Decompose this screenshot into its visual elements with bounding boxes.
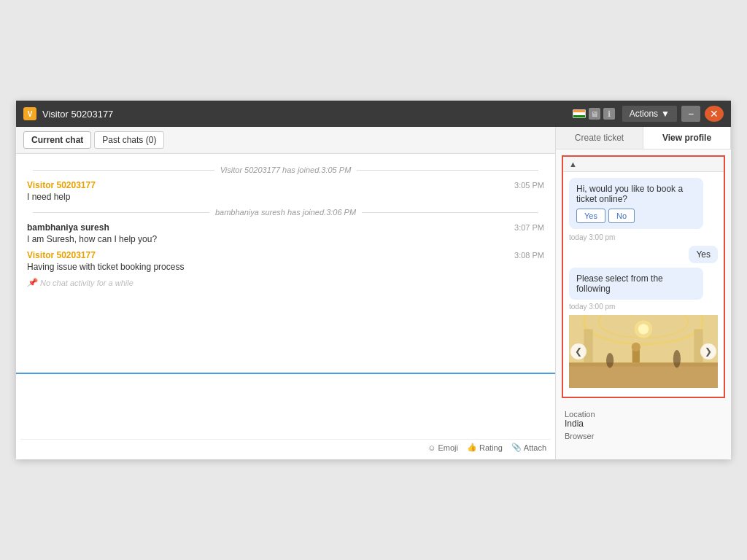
carousel-inner xyxy=(569,315,718,388)
svg-point-9 xyxy=(632,343,640,351)
collapse-icon[interactable]: ▲ xyxy=(569,160,577,168)
browser-label: Browser xyxy=(565,432,722,440)
emoji-button[interactable]: ☺ Emoji xyxy=(427,443,458,452)
location-row: Location India xyxy=(565,410,722,429)
chevron-down-icon: ▼ xyxy=(661,109,670,119)
bot-user-reply: Yes xyxy=(569,246,718,263)
rating-button[interactable]: 👍 Rating xyxy=(467,443,503,452)
pin-icon: 📌 xyxy=(27,278,37,287)
message-text-agent: I am Suresh, how can I help you? xyxy=(27,234,544,244)
message-time-agent: 3:07 PM xyxy=(514,223,544,232)
close-button[interactable]: ✕ xyxy=(705,106,724,122)
monitor-icon: 🖥 xyxy=(589,108,600,120)
message-time-visitor2: 3:08 PM xyxy=(514,251,544,260)
attach-button[interactable]: 📎 Attach xyxy=(511,443,546,452)
system-message-joined: Visitor 50203177 has joined. 3:05 PM xyxy=(27,166,544,174)
sender-name-visitor2: Visitor 50203177 xyxy=(27,250,96,260)
right-panel: Create ticket View profile ▲ Hi, would y… xyxy=(556,127,731,459)
message-time: 3:05 PM xyxy=(514,181,544,190)
chat-area: Visitor 50203177 has joined. 3:05 PM Vis… xyxy=(16,154,555,373)
carousel-next-button[interactable]: ❯ xyxy=(700,343,716,359)
bot-chat-widget: ▲ Hi, would you like to book a ticket on… xyxy=(562,155,725,398)
message-text: I need help xyxy=(27,192,544,202)
bot-choice-buttons: Yes No xyxy=(576,209,696,223)
rating-icon: 👍 xyxy=(467,443,477,452)
location-value: India xyxy=(565,419,722,429)
visitor-icon: V xyxy=(23,107,36,120)
bot-chat-header: ▲ xyxy=(563,157,724,172)
content-area: Current chat Past chats (0) Visitor 5020… xyxy=(16,127,731,459)
sender-name-visitor: Visitor 50203177 xyxy=(27,180,96,190)
tab-view-profile[interactable]: View profile xyxy=(643,127,731,149)
svg-rect-10 xyxy=(569,362,718,366)
input-toolbar: ☺ Emoji 👍 Rating 📎 Attach xyxy=(20,439,551,455)
bot-chat-messages: Hi, would you like to book a ticket onli… xyxy=(563,172,724,397)
right-panel-tabs: Create ticket View profile xyxy=(556,127,731,149)
chat-input[interactable] xyxy=(20,378,551,437)
window-title: Visitor 50203177 xyxy=(42,109,573,120)
chat-tabs: Current chat Past chats (0) xyxy=(16,127,555,154)
visitor-info: Location India Browser xyxy=(556,404,731,449)
image-carousel: ❮ ❯ xyxy=(569,315,718,388)
actions-button[interactable]: Actions ▼ xyxy=(622,106,677,122)
title-bar-actions: Actions ▼ − ✕ xyxy=(622,106,724,122)
svg-point-12 xyxy=(673,350,681,368)
emoji-icon: ☺ xyxy=(427,443,436,452)
location-label: Location xyxy=(565,410,722,419)
svg-point-11 xyxy=(606,353,614,368)
carousel-prev-button[interactable]: ❮ xyxy=(570,343,587,359)
yes-button[interactable]: Yes xyxy=(576,209,605,223)
attach-icon: 📎 xyxy=(511,443,522,452)
main-window: V Visitor 50203177 🖥 ℹ Actions ▼ − ✕ Cur… xyxy=(16,101,731,459)
bot-agent-message: Please select from the following xyxy=(569,268,703,300)
svg-point-5 xyxy=(638,324,649,334)
bot-timestamp-1: today 3:00 pm xyxy=(569,233,718,241)
chat-message: Visitor 50203177 3:05 PM I need help xyxy=(27,180,544,202)
info-icon: ℹ xyxy=(603,108,615,120)
bot-timestamp-2: today 3:00 pm xyxy=(569,303,718,311)
system-message-agent-joined: bambhaniya suresh has joined. 3:06 PM xyxy=(27,208,544,217)
left-panel: Current chat Past chats (0) Visitor 5020… xyxy=(16,127,556,459)
sender-name-agent: bambhaniya suresh xyxy=(27,222,109,233)
carousel-image xyxy=(569,315,718,388)
india-flag-icon xyxy=(573,109,586,118)
minimize-button[interactable]: − xyxy=(681,106,700,122)
tab-create-ticket[interactable]: Create ticket xyxy=(556,127,643,149)
input-area: ☺ Emoji 👍 Rating 📎 Attach xyxy=(16,373,555,459)
tab-past-chats[interactable]: Past chats (0) xyxy=(94,131,164,149)
message-text-visitor2: Having issue with ticket booking process xyxy=(27,262,544,272)
flag-icons: 🖥 ℹ xyxy=(573,108,615,120)
no-activity-notice: 📌 No chat activity for a while xyxy=(27,278,544,287)
browser-row: Browser xyxy=(565,432,722,440)
tab-current-chat[interactable]: Current chat xyxy=(23,131,91,149)
chat-message-agent: bambhaniya suresh 3:07 PM I am Suresh, h… xyxy=(27,222,544,244)
title-bar: V Visitor 50203177 🖥 ℹ Actions ▼ − ✕ xyxy=(16,101,731,127)
chat-message-visitor2: Visitor 50203177 3:08 PM Having issue wi… xyxy=(27,250,544,272)
no-button[interactable]: No xyxy=(608,209,635,223)
svg-rect-6 xyxy=(584,329,592,362)
bot-bubble-1: Hi, would you like to book a ticket onli… xyxy=(569,178,703,229)
user-reply-bubble: Yes xyxy=(689,246,718,263)
